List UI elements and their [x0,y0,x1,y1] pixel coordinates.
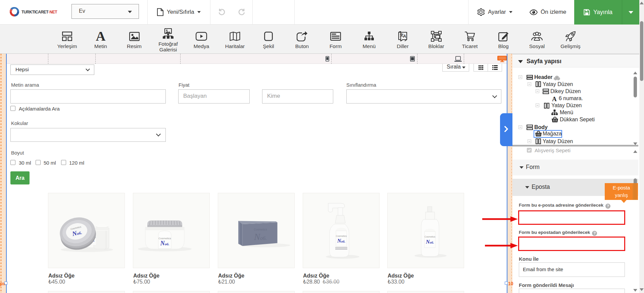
svg-text:Cosmetics: Cosmetics [254,228,267,231]
svg-text:Cosmetics: Cosmetics [336,235,347,237]
svg-text:A: A [403,34,406,39]
svg-text:Cosmetics: Cosmetics [158,237,171,240]
svg-text:Cosmetics: Cosmetics [425,236,436,238]
